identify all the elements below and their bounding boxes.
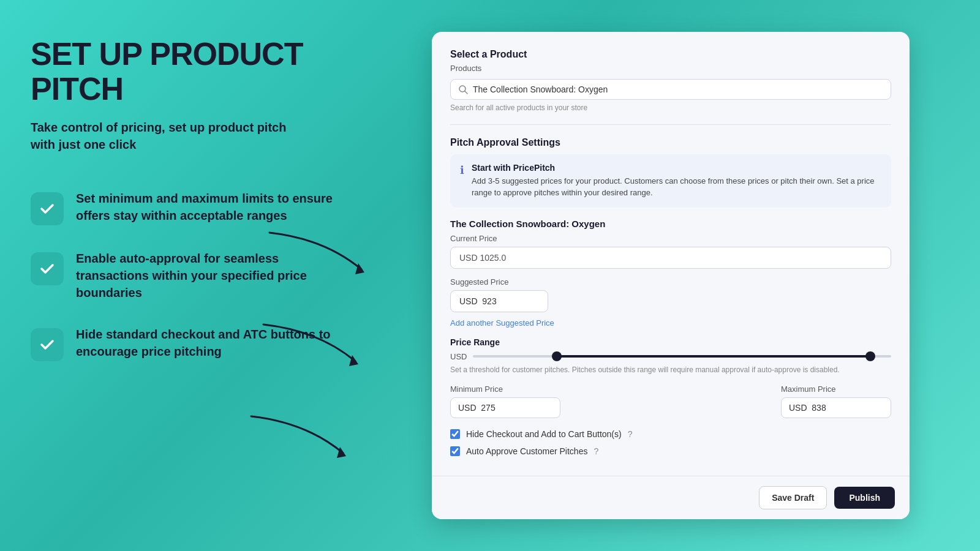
- banner-title: Start with PricePitch: [472, 163, 881, 173]
- svg-marker-0: [355, 263, 364, 274]
- modal-card: Select a Product Products The Collection…: [432, 32, 910, 520]
- auto-approve-label[interactable]: Auto Approve Customer Pitches: [466, 446, 587, 456]
- feature-text-hide-checkout: Hide standard checkout and ATC buttons t…: [76, 326, 349, 360]
- min-price-label: Minimum Price: [450, 384, 560, 394]
- suggested-price-input[interactable]: [450, 290, 548, 312]
- feature-list: Set minimum and maximum limits to ensure…: [31, 190, 349, 361]
- range-track[interactable]: [473, 355, 891, 358]
- svg-marker-2: [337, 447, 346, 458]
- range-currency: USD: [450, 352, 467, 361]
- feature-item-hide-checkout: Hide standard checkout and ATC buttons t…: [31, 326, 349, 361]
- left-panel: SET UP PRODUCT PITCH Take control of pri…: [0, 0, 380, 551]
- pitch-approval-title: Pitch Approval Settings: [450, 137, 891, 148]
- hide-checkout-checkbox[interactable]: [450, 429, 460, 439]
- right-panel: Select a Product Products The Collection…: [380, 0, 980, 551]
- product-search-wrapper[interactable]: The Collection Snowboard: Oxygen: [450, 79, 891, 100]
- price-range-label: Price Range: [450, 337, 891, 347]
- max-price-group: Maximum Price: [781, 384, 891, 418]
- auto-approve-row: Auto Approve Customer Pitches ?: [450, 446, 891, 456]
- page-title: SET UP PRODUCT PITCH: [31, 37, 349, 107]
- current-price-label: Current Price: [450, 234, 891, 243]
- info-icon: ℹ: [460, 163, 464, 177]
- svg-line-4: [465, 91, 467, 94]
- range-thumb-left[interactable]: [552, 351, 562, 361]
- divider-1: [450, 124, 891, 125]
- info-banner: ℹ Start with PricePitch Add 3-5 suggeste…: [450, 154, 891, 208]
- hide-checkout-label[interactable]: Hide Checkout and Add to Cart Button(s): [466, 429, 622, 439]
- check-icon-hide-checkout: [31, 328, 64, 361]
- banner-desc: Add 3-5 suggested prices for your produc…: [472, 175, 881, 199]
- product-search-input[interactable]: The Collection Snowboard: Oxygen: [473, 84, 883, 94]
- range-hint: Set a threshold for customer pitches. Pi…: [450, 365, 891, 375]
- modal-footer: Save Draft Publish: [432, 476, 910, 519]
- save-draft-button[interactable]: Save Draft: [759, 486, 827, 509]
- feature-text-ranges: Set minimum and maximum limits to ensure…: [76, 190, 349, 224]
- max-price-label: Maximum Price: [781, 384, 891, 394]
- range-fill: [557, 355, 870, 358]
- products-label: Products: [450, 64, 891, 73]
- hide-checkout-row: Hide Checkout and Add to Cart Button(s) …: [450, 429, 891, 439]
- feature-item-auto-approval: Enable auto-approval for seamless transa…: [31, 250, 349, 301]
- max-price-input[interactable]: [781, 397, 891, 418]
- auto-approve-help-icon[interactable]: ?: [594, 446, 598, 456]
- arrow-3: [245, 410, 368, 459]
- svg-marker-1: [349, 355, 358, 366]
- check-icon-ranges: [31, 192, 64, 225]
- select-product-title: Select a Product: [450, 49, 891, 60]
- feature-item-ranges: Set minimum and maximum limits to ensure…: [31, 190, 349, 225]
- product-name: The Collection Snowboard: Oxygen: [450, 219, 891, 229]
- add-suggested-price-link[interactable]: Add another Suggested Price: [450, 318, 554, 328]
- feature-text-auto-approval: Enable auto-approval for seamless transa…: [76, 250, 349, 301]
- publish-button[interactable]: Publish: [834, 487, 895, 509]
- search-icon: [458, 84, 468, 94]
- min-max-row: Minimum Price Maximum Price: [450, 384, 891, 418]
- select-product-section: Select a Product Products The Collection…: [450, 49, 891, 112]
- range-thumb-right[interactable]: [865, 351, 875, 361]
- range-slider-wrapper[interactable]: USD: [450, 352, 891, 361]
- min-price-group: Minimum Price: [450, 384, 560, 418]
- suggested-price-label: Suggested Price: [450, 277, 891, 287]
- current-price-value: USD 1025.0: [450, 247, 891, 269]
- hide-checkout-help-icon[interactable]: ?: [628, 429, 633, 439]
- modal-body: Select a Product Products The Collection…: [432, 32, 910, 476]
- min-price-input[interactable]: [450, 397, 560, 418]
- auto-approve-checkbox[interactable]: [450, 446, 460, 456]
- search-hint: Search for all active products in your s…: [450, 103, 891, 112]
- page-subtitle: Take control of pricing, set up product …: [31, 119, 349, 153]
- pitch-approval-section: Pitch Approval Settings ℹ Start with Pri…: [450, 137, 891, 457]
- check-icon-auto-approval: [31, 252, 64, 285]
